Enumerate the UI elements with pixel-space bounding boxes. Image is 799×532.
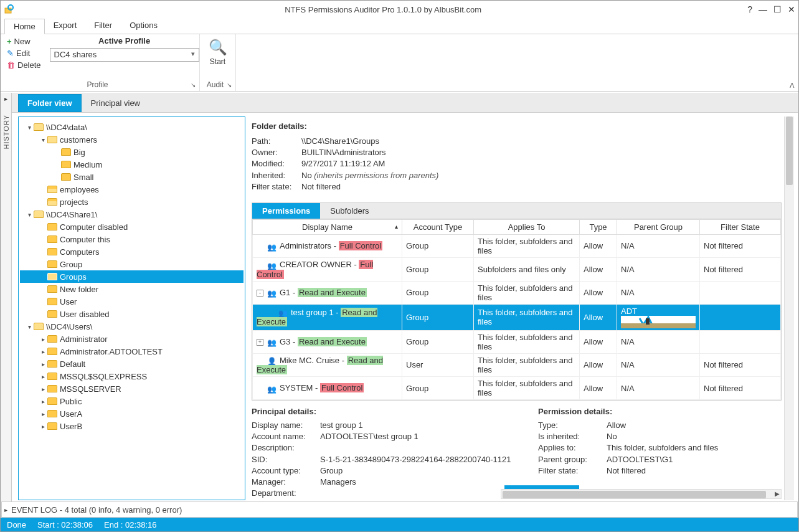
tree-twisty-icon[interactable]: ▾ [25, 323, 34, 330]
help-icon[interactable]: ? [747, 5, 752, 14]
tree-node[interactable]: ▾customers [20, 133, 243, 146]
grid-header[interactable]: Type [580, 219, 617, 234]
group-icon [267, 338, 277, 346]
folder-icon [47, 422, 57, 430]
tab-home[interactable]: Home [4, 19, 45, 34]
tree-twisty-icon[interactable]: ▸ [39, 423, 47, 430]
tree-node[interactable]: Group [20, 258, 243, 270]
tree-twisty-icon[interactable]: ▸ [39, 411, 47, 417]
tree-node[interactable]: ▸Administrator [20, 333, 243, 345]
perm-key: Applies to: [538, 442, 607, 454]
tree-twisty-icon[interactable]: ▸ [39, 361, 47, 368]
principal-details-heading: Principal details: [252, 407, 513, 416]
tab-folder-view[interactable]: Folder view [18, 94, 82, 112]
tree-node[interactable]: Computers [20, 245, 243, 258]
grid-header[interactable]: Parent Group [617, 219, 700, 234]
tree-node[interactable]: ▸MSSQL$SQLEXPRESS [20, 370, 243, 382]
new-button[interactable]: +New [4, 36, 44, 47]
edit-button[interactable]: ✎Edit [4, 48, 44, 59]
tree-node[interactable]: User [20, 295, 243, 308]
start-button[interactable]: 🔍 Start [204, 36, 232, 80]
tree-twisty-icon[interactable]: ▾ [25, 124, 34, 131]
group-icon [278, 308, 288, 317]
tab-filter[interactable]: Filter [85, 18, 121, 34]
grid-header[interactable]: Display Name▴ [253, 219, 402, 234]
sort-asc-icon[interactable]: ▴ [395, 223, 398, 230]
tab-permissions[interactable]: Permissions [252, 203, 320, 219]
tree-twisty-icon[interactable]: ▸ [39, 398, 47, 405]
grid-header[interactable]: Account Type [402, 219, 474, 234]
table-row[interactable]: CREATOR OWNER - Full ControlGroupSubfold… [253, 257, 781, 281]
tree-node[interactable]: ▸Default [20, 358, 243, 370]
expand-icon[interactable]: + [257, 339, 263, 346]
folder-icon [47, 298, 57, 305]
audit-group-launcher-icon[interactable]: ↘ [227, 82, 232, 88]
tree-twisty-icon[interactable]: ▾ [39, 136, 47, 143]
table-row[interactable]: SYSTEM - Full ControlGroupThis folder, s… [253, 377, 781, 400]
history-label: HISTORY [2, 115, 10, 150]
pd-val: ADTOOLTEST\test group 1 [320, 431, 418, 442]
fd-path-key: Path: [252, 136, 301, 147]
fd-inh-val: No (inherits permissions from parents) [301, 170, 438, 181]
table-row[interactable]: test group 1 - Read and ExecuteGroupThis… [253, 304, 781, 330]
tree-node[interactable]: Groups [20, 270, 243, 283]
tree-node[interactable]: Small [20, 171, 243, 183]
minimize-icon[interactable]: — [759, 5, 767, 14]
history-expand-icon[interactable]: ▸ [4, 95, 7, 102]
ribbon-collapse-icon[interactable]: ᐱ [790, 82, 795, 90]
tree-twisty-icon[interactable]: ▾ [25, 211, 34, 218]
folder-tree[interactable]: ▾\\DC4\data\▾customersBigMediumSmallempl… [18, 116, 245, 500]
group-icon [267, 261, 277, 270]
maximize-icon[interactable]: ☐ [773, 5, 782, 14]
tree-node[interactable]: Big [20, 146, 243, 158]
tree-twisty-icon[interactable]: ▸ [39, 373, 47, 380]
tree-node[interactable]: employees [20, 183, 243, 196]
tree-node[interactable]: ▸UserB [20, 420, 243, 432]
folder-icon [47, 360, 57, 368]
tree-node[interactable]: Medium [20, 158, 243, 171]
tree-node[interactable]: ▸MSSQLSERVER [20, 382, 243, 395]
tree-node-label: UserA [60, 409, 82, 419]
tree-node[interactable]: ▾\\DC4\Share1\ [20, 208, 243, 221]
grid-header[interactable]: Filter State [700, 219, 781, 234]
tree-node[interactable]: ▸Public [20, 395, 243, 407]
table-row[interactable]: Mike MC. Cruise - Read and ExecuteUserTh… [253, 353, 781, 377]
event-log-expand-icon[interactable]: ▸ [4, 506, 7, 513]
history-sidebar: ▸ HISTORY [1, 93, 12, 501]
tree-node[interactable]: New folder [20, 283, 243, 295]
tree-node[interactable]: projects [20, 196, 243, 208]
tab-export[interactable]: Export [45, 18, 86, 34]
tree-node[interactable]: ▸Administrator.ADTOOLTEST [20, 345, 243, 358]
profile-dropdown[interactable]: DC4 shares [50, 48, 199, 62]
tree-node[interactable]: Computer this [20, 233, 243, 245]
table-row[interactable]: +G3 - Read and ExecuteGroupThis folder, … [253, 330, 781, 353]
delete-label: Delete [17, 60, 41, 70]
grid-header[interactable]: Applies To [474, 219, 580, 234]
tree-node[interactable]: ▸UserA [20, 407, 243, 420]
tree-node-label: Default [60, 359, 85, 369]
close-icon[interactable]: ✕ [788, 5, 795, 14]
tab-options[interactable]: Options [121, 18, 166, 34]
tree-node[interactable]: ▾\\DC4\Users\ [20, 320, 243, 333]
tree-node[interactable]: Computer disabled [20, 221, 243, 233]
tab-principal-view[interactable]: Principal view [82, 94, 149, 112]
tree-twisty-icon[interactable]: ▸ [39, 336, 47, 343]
event-log-text: EVENT LOG - 4 total (0 info, 4 warning, … [11, 505, 182, 515]
tree-twisty-icon[interactable]: ▸ [39, 386, 47, 392]
tab-subfolders[interactable]: Subfolders [320, 203, 379, 219]
permissions-grid[interactable]: Display Name▴Account TypeApplies ToTypeP… [252, 219, 781, 400]
tree-twisty-icon[interactable]: ▸ [39, 348, 47, 355]
tree-node-label: Computer disabled [60, 222, 128, 232]
horizontal-scrollbar[interactable]: ▶ [501, 489, 782, 499]
event-log-bar[interactable]: ▸ EVENT LOG - 4 total (0 info, 4 warning… [1, 501, 798, 518]
permission-details-heading: Permission details: [538, 407, 718, 416]
delete-button[interactable]: 🗑Delete [4, 60, 44, 70]
tree-node-label: New folder [60, 285, 98, 294]
table-row[interactable]: -G1 - Read and ExecuteGroupThis folder, … [253, 281, 781, 304]
vertical-scrollbar[interactable] [784, 116, 794, 500]
table-row[interactable]: Administrators - Full ControlGroupThis f… [253, 234, 781, 257]
expand-icon[interactable]: - [257, 290, 263, 297]
tree-node[interactable]: User disabled [20, 308, 243, 320]
profile-group-launcher-icon[interactable]: ↘ [191, 82, 196, 88]
tree-node[interactable]: ▾\\DC4\data\ [20, 121, 243, 133]
